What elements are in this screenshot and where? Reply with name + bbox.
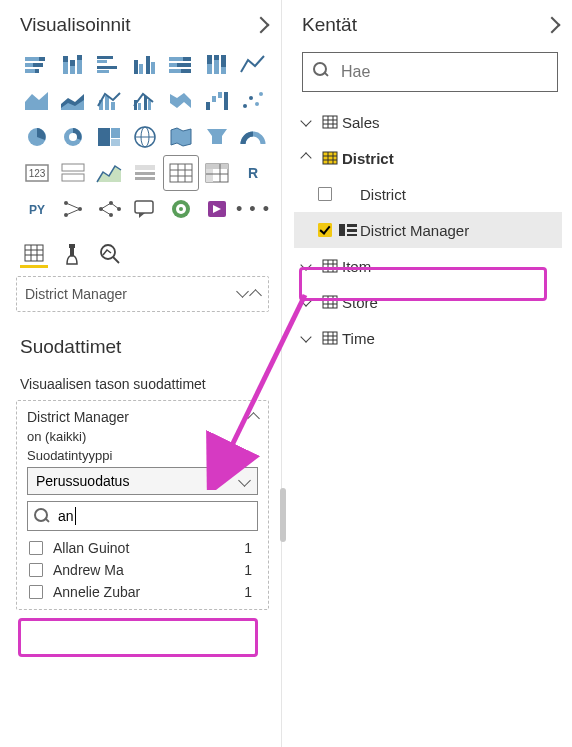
filter-type-select[interactable]: Perussuodatus — [27, 467, 258, 495]
filter-value-count: 1 — [244, 540, 252, 556]
values-field-well[interactable]: District Manager — [16, 276, 269, 312]
chevron-up-icon[interactable] — [249, 289, 262, 302]
fields-search-box[interactable] — [302, 52, 558, 92]
viz-filled-map-icon[interactable] — [164, 120, 198, 154]
viz-line-clustered-column-icon[interactable] — [128, 84, 162, 118]
visualization-gallery: 123 R PY • • • — [0, 46, 281, 232]
viz-more-icon[interactable]: • • • — [236, 192, 270, 226]
svg-point-49 — [259, 92, 263, 96]
viz-stacked-column-icon[interactable] — [56, 48, 90, 82]
viz-slicer-icon[interactable] — [128, 156, 162, 190]
checkbox-icon[interactable] — [29, 585, 43, 599]
field-label: District — [360, 186, 562, 203]
search-icon — [313, 62, 333, 82]
svg-point-46 — [243, 104, 247, 108]
viz-ribbon-icon[interactable] — [164, 84, 198, 118]
table-time[interactable]: Time — [294, 320, 562, 356]
chevron-down-icon[interactable] — [236, 285, 249, 298]
viz-pie-icon[interactable] — [20, 120, 54, 154]
svg-rect-1 — [39, 57, 45, 61]
collapse-filter-icon[interactable] — [247, 412, 260, 425]
svg-rect-27 — [207, 64, 212, 74]
svg-rect-119 — [347, 224, 357, 227]
viz-funnel-icon[interactable] — [200, 120, 234, 154]
viz-arcgis-icon[interactable] — [164, 192, 198, 226]
viz-waterfall-icon[interactable] — [200, 84, 234, 118]
viz-qna-icon[interactable] — [128, 192, 162, 226]
svg-rect-31 — [221, 67, 226, 74]
filter-value-row[interactable]: Annelie Zubar 1 — [27, 581, 258, 603]
viz-clustered-column-icon[interactable] — [128, 48, 162, 82]
viz-powerapps-icon[interactable] — [200, 192, 234, 226]
svg-text:R: R — [248, 165, 258, 181]
viz-scatter-icon[interactable] — [236, 84, 270, 118]
filter-search-box[interactable]: an — [27, 501, 258, 531]
table-label: Time — [342, 330, 562, 347]
checkbox-icon[interactable] — [318, 187, 332, 201]
viz-table-icon[interactable] — [164, 156, 198, 190]
chevron-down-icon — [300, 295, 311, 306]
viz-gauge-icon[interactable] — [236, 120, 270, 154]
analytics-tool-icon[interactable] — [96, 240, 124, 268]
viz-line-icon[interactable] — [236, 48, 270, 82]
collapse-visualizations-icon[interactable] — [253, 17, 270, 34]
filter-type-value: Perussuodatus — [36, 473, 129, 489]
svg-rect-67 — [135, 177, 155, 180]
filter-value-row[interactable]: Allan Guinot 1 — [27, 537, 258, 559]
svg-rect-43 — [212, 96, 216, 102]
collapse-fields-icon[interactable] — [544, 17, 561, 34]
svg-point-48 — [255, 102, 259, 106]
svg-rect-104 — [69, 244, 75, 248]
viz-card-icon[interactable]: 123 — [20, 156, 54, 190]
viz-multirow-card-icon[interactable] — [56, 156, 90, 190]
scrollbar-thumb[interactable] — [280, 488, 286, 542]
svg-line-90 — [101, 209, 111, 215]
filter-card-title: District Manager — [27, 409, 129, 425]
table-store[interactable]: Store — [294, 284, 562, 320]
viz-r-icon[interactable]: R — [236, 156, 270, 190]
table-sales[interactable]: Sales — [294, 104, 562, 140]
viz-decomposition-icon[interactable] — [92, 192, 126, 226]
svg-rect-11 — [77, 55, 82, 60]
svg-rect-2 — [25, 63, 33, 67]
filter-value-row[interactable]: Andrew Ma 1 — [27, 559, 258, 581]
viz-donut-icon[interactable] — [56, 120, 90, 154]
viz-matrix-icon[interactable] — [200, 156, 234, 190]
viz-area-icon[interactable] — [20, 84, 54, 118]
svg-point-47 — [249, 96, 253, 100]
viz-py-icon[interactable]: PY — [20, 192, 54, 226]
viz-100-stacked-column-icon[interactable] — [200, 48, 234, 82]
filter-values-list: Allan Guinot 1 Andrew Ma 1 Annelie Zubar… — [27, 537, 258, 603]
checkbox-checked-icon[interactable] — [318, 223, 332, 237]
field-district-manager[interactable]: District Manager — [294, 212, 562, 248]
fields-tool-icon[interactable] — [20, 240, 48, 268]
svg-text:123: 123 — [29, 168, 46, 179]
viz-clustered-bar-icon[interactable] — [92, 48, 126, 82]
viz-stacked-area-icon[interactable] — [56, 84, 90, 118]
table-label: District — [342, 150, 562, 167]
format-tool-icon[interactable] — [58, 240, 86, 268]
table-item[interactable]: Item — [294, 248, 562, 284]
viz-line-stacked-column-icon[interactable] — [92, 84, 126, 118]
field-district[interactable]: District — [294, 176, 562, 212]
viz-stacked-bar-icon[interactable] — [20, 48, 54, 82]
viz-kpi-icon[interactable] — [92, 156, 126, 190]
checkbox-icon[interactable] — [29, 541, 43, 555]
chevron-down-icon — [300, 115, 311, 126]
table-district[interactable]: District — [294, 140, 562, 176]
viz-key-influencers-icon[interactable] — [56, 192, 90, 226]
svg-rect-105 — [70, 248, 74, 256]
field-label: District Manager — [360, 222, 562, 239]
checkbox-icon[interactable] — [29, 563, 43, 577]
filter-search-value: an — [58, 508, 74, 524]
svg-rect-63 — [62, 174, 84, 181]
viz-100-stacked-bar-icon[interactable] — [164, 48, 198, 82]
viz-treemap-icon[interactable] — [92, 120, 126, 154]
svg-rect-8 — [70, 66, 75, 74]
svg-rect-29 — [214, 60, 219, 74]
svg-rect-62 — [62, 164, 84, 171]
fields-search-input[interactable] — [341, 63, 547, 81]
svg-rect-75 — [206, 164, 228, 169]
svg-rect-5 — [35, 69, 39, 73]
viz-map-icon[interactable] — [128, 120, 162, 154]
